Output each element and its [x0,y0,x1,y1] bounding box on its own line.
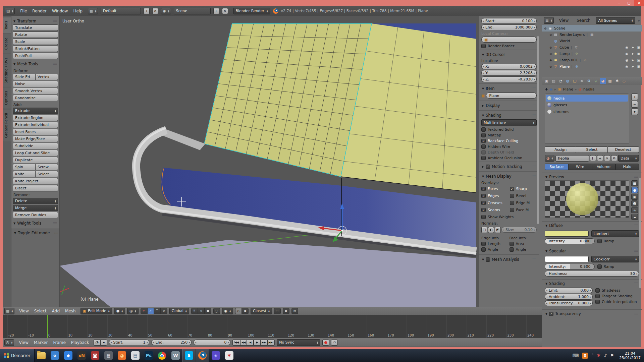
overlay-faces-checkbox[interactable]: Faces [481,187,508,191]
panel-preview[interactable]: ▼Preview [545,173,639,180]
overlay-edges-checkbox[interactable]: Edges [481,194,508,198]
screen-layout-icon[interactable]: ▦ [88,8,98,14]
diffuse-color-swatch[interactable] [545,231,589,237]
snap-toggle-icon[interactable]: ∩ [235,308,242,314]
taskbar-app-skype[interactable]: S [182,349,196,362]
data-source-dropdown[interactable]: Data [618,155,639,162]
tool-knife[interactable]: Knife [13,171,36,177]
face-select-icon[interactable]: ■ [205,308,211,314]
restrict-view-icon[interactable]: ◉ [625,52,628,56]
local-camera-field[interactable]: ▣ [481,37,537,43]
tool-translate[interactable]: Translate [13,24,58,31]
show-hidden-icons[interactable]: ˄ [591,353,594,358]
cursor-z-field[interactable]: Z:-0.2830 [481,76,537,82]
menu-add[interactable]: Add [49,308,62,314]
timeline-ruler[interactable]: -20-100102030405060708090100110120130140… [3,315,542,338]
shading-ambient-occlusion-checkbox[interactable]: Ambient Occlusion [481,156,537,160]
shading-hidden-wire-checkbox[interactable]: Hidden Wire [481,144,537,149]
face-normals-icon[interactable]: ◩ [495,227,501,233]
material-type-wire[interactable]: Wire [568,164,592,170]
preview-sky-icon[interactable]: ☁ [631,214,638,220]
outliner-item-plane[interactable]: ⊕▽Plane|⚙◉➤▣ [542,63,642,70]
editor-type-info-icon[interactable]: ▤ [5,8,15,14]
slot-specials-button[interactable]: ▾ [631,108,638,115]
tool-duplicate[interactable]: Duplicate [13,157,58,163]
restrict-select-icon[interactable]: ➤ [631,52,634,56]
close-button[interactable]: ✕ [634,0,644,6]
snap-align-icon[interactable]: ⬚ [274,308,281,314]
shading-ambient-field[interactable]: Ambient:1.000 [545,294,593,300]
tool-screw[interactable]: Screw [36,164,58,170]
add-scene-button[interactable]: + [213,8,219,14]
outliner-search-menu[interactable]: Search [574,17,593,24]
jump-to-end-icon[interactable]: ▶▶I [267,340,275,346]
tool-merge[interactable]: Merge [13,205,58,211]
properties-tab-particles[interactable]: ✱ [614,78,620,84]
restrict-view-icon[interactable]: ◉ [625,46,628,49]
restrict-select-icon[interactable]: ➤ [631,46,634,49]
hardness-field[interactable]: Hardness:50 [545,271,639,277]
opengl-render-anim-icon[interactable]: ▤ [291,308,298,314]
menu-mesh[interactable]: Mesh [62,308,78,314]
material-shading-cubic-interpolation-checkbox[interactable]: Cubic Interpolation [595,300,639,304]
panel-item[interactable]: ▼Item [481,84,537,92]
material-browse-icon[interactable]: ◕ [545,155,554,162]
properties-scrollbar[interactable] [639,178,641,288]
tool-slide-ed[interactable]: Slide Ed [13,74,36,80]
play-icon[interactable]: ▶ [254,340,260,346]
playhead[interactable] [47,315,48,338]
tool-push-pull[interactable]: Push/Pull [13,53,58,59]
restrict-render-icon[interactable]: ▣ [637,52,640,56]
tool-noise[interactable]: Noise [13,81,58,87]
material-type-halo[interactable]: Halo [615,164,639,170]
pin-icon[interactable]: ✚ [545,87,548,92]
properties-tab-material[interactable]: ◕ [600,78,606,84]
shelf-tab-tools[interactable]: Tools [3,17,11,33]
edge-select-icon[interactable]: ◇ [198,308,205,314]
shelf-tab-create[interactable]: Create [3,34,11,53]
outliner-item-scene[interactable]: ⊖◉Scene [542,25,642,32]
menu-file[interactable]: File [17,8,30,14]
keyboard-icon[interactable]: ⌨ [572,353,579,358]
manipulator-axes-icon[interactable]: ✛ [141,308,147,314]
unlink-material-button[interactable]: ✕ [604,155,610,161]
outliner-item-renderlayers[interactable]: ⊕▤RenderLayers|▤ [542,32,642,38]
menu-window[interactable]: Window [49,8,70,14]
taskbar-app-paint-app[interactable]: ✱ [222,349,236,362]
next-keyframe-icon[interactable]: ▶▶ [260,340,267,346]
overlay-bevel-checkbox[interactable]: Bevel [510,194,537,198]
add-layout-button[interactable]: + [144,8,150,14]
cursor-y-field[interactable]: Y:2.3208 [481,70,537,76]
preview-flat-icon[interactable]: ■ [631,180,638,186]
taskbar-app-grey-app[interactable]: ▦ [102,349,115,362]
transform-orientation-dropdown[interactable]: Global [169,308,189,314]
overlay-sharp-checkbox[interactable]: Sharp [510,187,537,191]
edge-info-length-checkbox[interactable]: Length [481,242,509,246]
node-editor-icon[interactable]: ⧉ [611,155,617,161]
snap-target-dropdown[interactable]: Closest [251,308,272,314]
restrict-view-icon[interactable]: ◉ [625,58,628,62]
material-slot-chromes[interactable]: chromes [546,108,628,115]
taskbar-app-chrome[interactable] [155,349,169,362]
operator-panel-header[interactable]: ▼Toggle Editmode [11,229,59,236]
snap-element-dropdown[interactable]: ▣ [242,308,249,314]
panel-weight-tools[interactable]: ▼Weight Tools [13,219,58,227]
panel-shading[interactable]: ▼Shading [545,280,639,287]
shading-translucency-field[interactable]: Translucency:0.000 [545,300,593,306]
shading-emit-field[interactable]: Emit:0.00 [545,288,593,293]
diffuse-intensity-slider[interactable]: Intensity:0.800 [545,238,595,244]
properties-tab-world[interactable]: ◍ [565,78,571,84]
menu-help[interactable]: Help [70,8,85,14]
add-slot-button[interactable]: + [631,94,638,100]
panel-diffuse[interactable]: ▼Diffuse [545,222,639,229]
scene-icon[interactable]: ◉ [161,8,171,14]
editor-type-timeline-icon[interactable]: ◷ [4,339,14,346]
delete-layout-button[interactable]: ✕ [152,8,158,14]
specular-ramp-checkbox[interactable]: Ramp [597,264,639,269]
taskbar-app-blender[interactable] [196,349,209,362]
tool-make-edge-face[interactable]: Make Edge/Face [13,136,58,142]
taskbar-app-dropbox[interactable]: ◆ [61,349,75,362]
tool-extrude-region[interactable]: Extrude Region [13,115,58,121]
outliner-item-lamp-001[interactable]: ⊕✱Lamp.001|✣◉➤▣ [542,57,642,63]
properties-tab-render[interactable]: ▣ [543,78,550,84]
